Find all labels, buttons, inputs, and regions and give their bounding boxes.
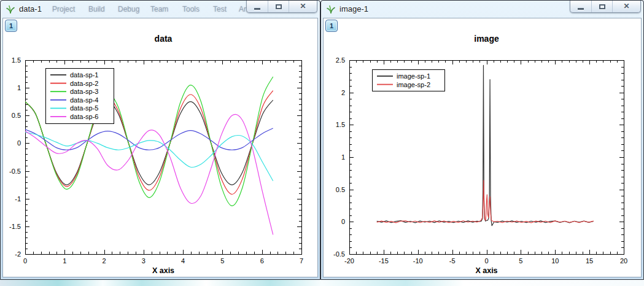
y-tick-label: 1 [341,153,345,161]
client-area: 1 image-20-15-10-505101520-0.500.511.522… [323,18,642,277]
x-tick-label: -15 [379,257,389,265]
x-tick-label: 7 [300,257,303,265]
ghost-menu-item: Team [150,5,168,14]
x-tick-label: -20 [344,257,354,265]
minimize-icon [254,8,260,10]
chart-title: data [155,34,173,44]
y-tick-label: -2 [15,250,21,258]
series-data-sp-5 [25,132,273,180]
ghost-menu-item: Build [88,5,105,14]
chart-canvas: data01234567-2-1.5-1-0.500.511.5X axisda… [3,18,317,277]
legend-label: data-sp-2 [70,80,98,87]
x-tick-label: 3 [142,257,145,265]
series-data-sp-6 [25,114,273,234]
x-tick-label: 20 [620,257,627,265]
x-tick-label: 15 [586,257,593,265]
y-tick-label: 2 [341,89,345,96]
x-tick-label: 5 [519,257,522,265]
x-tick-label: 5 [220,257,224,265]
y-tick-label: 1.5 [336,121,345,128]
y-tick-label: 2.5 [336,56,345,64]
x-tick-label: 2 [103,257,106,265]
series-image-sp-2 [377,180,594,223]
window-title: image-1 [339,4,368,14]
caption-buttons: ✕ [570,1,641,13]
chart-data: data01234567-2-1.5-1-0.500.511.5X axisda… [3,18,317,277]
y-tick-label: -1 [15,195,21,203]
taskbar-strip [0,280,644,286]
titlebar[interactable]: image-1 ✕ [321,1,643,18]
x-tick-label: 4 [181,257,185,265]
legend-label: image-sp-2 [397,81,430,88]
maximize-button[interactable] [591,1,612,12]
window-data-1: ProjectBuildDebugTeamToolsTestAnal data-… [0,0,320,280]
titlebar[interactable]: ProjectBuildDebugTeamToolsTestAnal data-… [1,1,320,18]
minimize-icon [578,8,584,10]
legend: data-sp-1data-sp-2data-sp-3data-sp-4data… [46,69,114,124]
legend-label: data-sp-1 [70,71,98,79]
chart-image: image-20-15-10-505101520-0.500.511.522.5… [324,18,641,277]
ghost-menu-item: Debug [118,5,139,14]
close-icon: ✕ [623,1,629,12]
restore-icon [276,4,282,9]
y-tick-label: -0.5 [9,168,21,175]
caption-buttons: ✕ [246,1,317,13]
window-title: data-1 [19,4,42,14]
minimize-button[interactable] [570,1,591,12]
sprout-app-icon [326,4,336,14]
ghost-menu-item: Project [52,5,75,14]
minimize-button[interactable] [247,1,268,12]
legend: image-sp-1image-sp-2 [373,70,445,91]
client-area: 1 data01234567-2-1.5-1-0.500.511.5X axis… [2,18,318,277]
series-data-sp-4 [25,128,273,150]
y-tick-label: 1.5 [12,56,21,64]
chart-title: image [474,34,499,44]
legend-label: image-sp-1 [397,72,430,80]
close-button[interactable]: ✕ [289,1,317,12]
window-image-1: image-1 ✕ 1 image-20-15-10-505101520-0.5… [320,0,644,280]
ghost-menu-item: Tools [182,5,200,14]
x-axis-label: X axis [152,266,174,275]
close-icon: ✕ [300,1,306,12]
maximize-button[interactable] [268,1,289,12]
y-tick-label: 0 [17,139,21,147]
y-tick-label: 0.5 [12,112,21,119]
x-tick-label: -10 [413,257,423,265]
legend-label: data-sp-6 [70,113,98,120]
x-tick-label: 0 [23,257,27,265]
x-axis-label: X axis [475,266,497,275]
y-tick-label: -1.5 [9,223,21,230]
legend-label: data-sp-3 [70,88,98,95]
restore-icon [599,4,605,9]
x-tick-label: 1 [63,257,66,265]
y-tick-label: -0.5 [333,250,345,258]
chart-canvas: image-20-15-10-505101520-0.500.511.522.5… [324,18,641,277]
y-tick-label: 0.5 [336,186,345,193]
x-tick-label: 0 [484,257,488,265]
x-tick-label: -5 [449,257,456,265]
x-tick-label: 10 [551,257,559,265]
y-tick-label: 1 [17,84,21,91]
y-tick-label: 0 [341,218,345,225]
legend-label: data-sp-5 [70,104,98,112]
legend-label: data-sp-4 [70,96,98,104]
sprout-app-icon [6,4,15,14]
x-tick-label: 6 [260,257,264,265]
close-button[interactable]: ✕ [612,1,640,12]
ghost-menu-item: Test [213,5,227,14]
